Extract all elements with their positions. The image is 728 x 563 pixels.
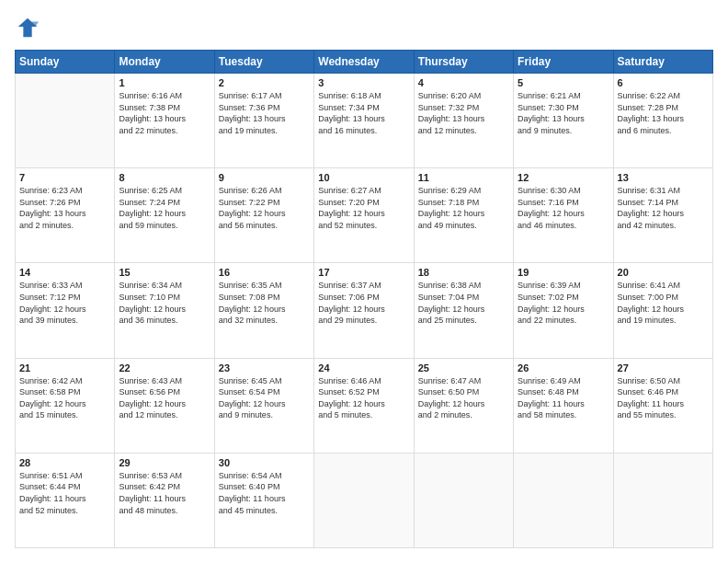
day-number: 18 [418, 267, 509, 278]
svg-marker-1 [32, 21, 39, 27]
day-number: 1 [119, 77, 210, 88]
calendar-cell: 9Sunrise: 6:26 AM Sunset: 7:22 PM Daylig… [214, 168, 313, 263]
day-info: Sunrise: 6:20 AM Sunset: 7:32 PM Dayligh… [418, 90, 509, 136]
calendar-cell: 6Sunrise: 6:22 AM Sunset: 7:28 PM Daylig… [613, 74, 712, 168]
day-info: Sunrise: 6:37 AM Sunset: 7:06 PM Dayligh… [318, 280, 409, 326]
day-info: Sunrise: 6:18 AM Sunset: 7:34 PM Dayligh… [318, 90, 409, 136]
day-info: Sunrise: 6:45 AM Sunset: 6:54 PM Dayligh… [219, 375, 310, 421]
day-info: Sunrise: 6:41 AM Sunset: 7:00 PM Dayligh… [618, 280, 709, 326]
calendar-cell: 19Sunrise: 6:39 AM Sunset: 7:02 PM Dayli… [514, 263, 613, 358]
day-number: 10 [318, 172, 409, 183]
day-info: Sunrise: 6:16 AM Sunset: 7:38 PM Dayligh… [119, 90, 210, 136]
weekday-header-friday: Friday [514, 51, 613, 74]
calendar-cell: 11Sunrise: 6:29 AM Sunset: 7:18 PM Dayli… [414, 168, 513, 263]
day-number: 14 [19, 267, 110, 278]
day-info: Sunrise: 6:54 AM Sunset: 6:40 PM Dayligh… [219, 470, 310, 516]
calendar-cell: 14Sunrise: 6:33 AM Sunset: 7:12 PM Dayli… [16, 263, 115, 358]
calendar-cell: 7Sunrise: 6:23 AM Sunset: 7:26 PM Daylig… [16, 168, 115, 263]
day-info: Sunrise: 6:46 AM Sunset: 6:52 PM Dayligh… [318, 375, 409, 421]
day-number: 6 [618, 77, 709, 88]
calendar-cell: 28Sunrise: 6:51 AM Sunset: 6:44 PM Dayli… [16, 453, 115, 547]
day-info: Sunrise: 6:34 AM Sunset: 7:10 PM Dayligh… [119, 280, 210, 326]
calendar-cell: 26Sunrise: 6:49 AM Sunset: 6:48 PM Dayli… [514, 358, 613, 453]
week-row-4: 21Sunrise: 6:42 AM Sunset: 6:58 PM Dayli… [16, 358, 713, 453]
week-row-3: 14Sunrise: 6:33 AM Sunset: 7:12 PM Dayli… [16, 263, 713, 358]
day-info: Sunrise: 6:53 AM Sunset: 6:42 PM Dayligh… [119, 470, 210, 516]
day-number: 25 [418, 362, 509, 373]
calendar-cell: 4Sunrise: 6:20 AM Sunset: 7:32 PM Daylig… [414, 74, 513, 168]
day-info: Sunrise: 6:33 AM Sunset: 7:12 PM Dayligh… [19, 280, 110, 326]
calendar-cell: 15Sunrise: 6:34 AM Sunset: 7:10 PM Dayli… [115, 263, 214, 358]
day-info: Sunrise: 6:39 AM Sunset: 7:02 PM Dayligh… [518, 280, 609, 326]
day-number: 3 [318, 77, 409, 88]
day-info: Sunrise: 6:47 AM Sunset: 6:50 PM Dayligh… [418, 375, 509, 421]
day-info: Sunrise: 6:35 AM Sunset: 7:08 PM Dayligh… [219, 280, 310, 326]
day-number: 26 [518, 362, 609, 373]
calendar-cell: 10Sunrise: 6:27 AM Sunset: 7:20 PM Dayli… [314, 168, 414, 263]
logo-icon [15, 15, 40, 40]
calendar-cell: 17Sunrise: 6:37 AM Sunset: 7:06 PM Dayli… [314, 263, 414, 358]
calendar-cell: 2Sunrise: 6:17 AM Sunset: 7:36 PM Daylig… [214, 74, 313, 168]
calendar-cell [514, 453, 613, 547]
weekday-header-sunday: Sunday [16, 51, 115, 74]
calendar-cell: 18Sunrise: 6:38 AM Sunset: 7:04 PM Dayli… [414, 263, 513, 358]
day-number: 16 [219, 267, 310, 278]
day-number: 17 [318, 267, 409, 278]
week-row-2: 7Sunrise: 6:23 AM Sunset: 7:26 PM Daylig… [16, 168, 713, 263]
calendar-cell: 23Sunrise: 6:45 AM Sunset: 6:54 PM Dayli… [214, 358, 313, 453]
day-info: Sunrise: 6:51 AM Sunset: 6:44 PM Dayligh… [19, 470, 110, 516]
svg-marker-0 [18, 18, 38, 38]
weekday-header-tuesday: Tuesday [214, 51, 313, 74]
day-number: 29 [119, 457, 210, 468]
weekday-header-thursday: Thursday [414, 51, 513, 74]
calendar-cell [314, 453, 414, 547]
calendar-cell: 8Sunrise: 6:25 AM Sunset: 7:24 PM Daylig… [115, 168, 214, 263]
weekday-header-wednesday: Wednesday [314, 51, 414, 74]
day-info: Sunrise: 6:43 AM Sunset: 6:56 PM Dayligh… [119, 375, 210, 421]
day-number: 24 [318, 362, 409, 373]
day-number: 11 [418, 172, 509, 183]
header [15, 15, 713, 40]
week-row-1: 1Sunrise: 6:16 AM Sunset: 7:38 PM Daylig… [16, 74, 713, 168]
calendar-cell [613, 453, 712, 547]
week-row-5: 28Sunrise: 6:51 AM Sunset: 6:44 PM Dayli… [16, 453, 713, 547]
day-info: Sunrise: 6:42 AM Sunset: 6:58 PM Dayligh… [19, 375, 110, 421]
calendar-cell: 13Sunrise: 6:31 AM Sunset: 7:14 PM Dayli… [613, 168, 712, 263]
day-number: 22 [119, 362, 210, 373]
day-info: Sunrise: 6:26 AM Sunset: 7:22 PM Dayligh… [219, 185, 310, 231]
calendar-cell: 25Sunrise: 6:47 AM Sunset: 6:50 PM Dayli… [414, 358, 513, 453]
weekday-header-row: SundayMondayTuesdayWednesdayThursdayFrid… [16, 51, 713, 74]
day-number: 5 [518, 77, 609, 88]
calendar-cell: 22Sunrise: 6:43 AM Sunset: 6:56 PM Dayli… [115, 358, 214, 453]
day-info: Sunrise: 6:49 AM Sunset: 6:48 PM Dayligh… [518, 375, 609, 421]
day-info: Sunrise: 6:29 AM Sunset: 7:18 PM Dayligh… [418, 185, 509, 231]
day-info: Sunrise: 6:23 AM Sunset: 7:26 PM Dayligh… [19, 185, 110, 231]
calendar-cell: 30Sunrise: 6:54 AM Sunset: 6:40 PM Dayli… [214, 453, 313, 547]
day-number: 12 [518, 172, 609, 183]
calendar-cell: 16Sunrise: 6:35 AM Sunset: 7:08 PM Dayli… [214, 263, 313, 358]
day-info: Sunrise: 6:27 AM Sunset: 7:20 PM Dayligh… [318, 185, 409, 231]
calendar-cell: 3Sunrise: 6:18 AM Sunset: 7:34 PM Daylig… [314, 74, 414, 168]
day-info: Sunrise: 6:31 AM Sunset: 7:14 PM Dayligh… [618, 185, 709, 231]
calendar-cell [16, 74, 115, 168]
day-number: 7 [19, 172, 110, 183]
day-info: Sunrise: 6:22 AM Sunset: 7:28 PM Dayligh… [618, 90, 709, 136]
day-info: Sunrise: 6:30 AM Sunset: 7:16 PM Dayligh… [518, 185, 609, 231]
day-number: 8 [119, 172, 210, 183]
day-number: 23 [219, 362, 310, 373]
calendar-cell [414, 453, 513, 547]
calendar-cell: 24Sunrise: 6:46 AM Sunset: 6:52 PM Dayli… [314, 358, 414, 453]
calendar-cell: 27Sunrise: 6:50 AM Sunset: 6:46 PM Dayli… [613, 358, 712, 453]
day-info: Sunrise: 6:38 AM Sunset: 7:04 PM Dayligh… [418, 280, 509, 326]
calendar-cell: 5Sunrise: 6:21 AM Sunset: 7:30 PM Daylig… [514, 74, 613, 168]
calendar-cell: 12Sunrise: 6:30 AM Sunset: 7:16 PM Dayli… [514, 168, 613, 263]
calendar-cell: 20Sunrise: 6:41 AM Sunset: 7:00 PM Dayli… [613, 263, 712, 358]
day-number: 21 [19, 362, 110, 373]
page: SundayMondayTuesdayWednesdayThursdayFrid… [0, 0, 728, 563]
day-number: 20 [618, 267, 709, 278]
calendar-table: SundayMondayTuesdayWednesdayThursdayFrid… [15, 50, 713, 548]
day-number: 2 [219, 77, 310, 88]
day-number: 15 [119, 267, 210, 278]
day-number: 19 [518, 267, 609, 278]
calendar-cell: 21Sunrise: 6:42 AM Sunset: 6:58 PM Dayli… [16, 358, 115, 453]
